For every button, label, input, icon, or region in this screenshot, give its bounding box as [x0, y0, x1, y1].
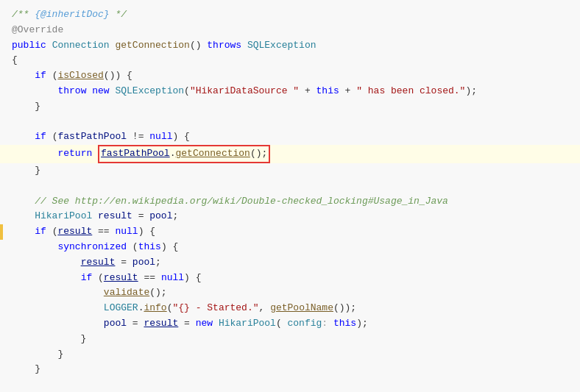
method-info: info [144, 301, 166, 316]
type-sqlexception: SQLException [247, 38, 316, 54]
code-line-19: validate(); [0, 285, 580, 301]
type-hikaripool-2: HikariPool [219, 316, 276, 332]
code-line-7: } [0, 99, 580, 115]
code-line-9: if (fastPathPool != null) { [0, 129, 580, 145]
var-result-3: result [81, 255, 116, 271]
keyword-null-2: null [115, 224, 138, 240]
string-started: "{} - Started." [172, 301, 258, 316]
method-getpoolname: getPoolName [270, 301, 333, 316]
code-line-4: { [0, 53, 580, 68]
left-marker [0, 224, 3, 240]
var-result-1: result [98, 209, 132, 224]
code-line-15: if (result == null) { [0, 224, 580, 240]
keyword-null-3: null [161, 271, 184, 286]
code-line-21: pool = result = new HikariPool( config: … [0, 316, 580, 332]
type-sqlexception-2: SQLException [115, 84, 184, 99]
keyword-if-4: if [81, 271, 93, 286]
comment-see-link: // See http://en.wikipedia.org/wiki/Doub… [12, 194, 448, 210]
method-isclosed: isClosed [57, 68, 103, 84]
type-connection: Connection [52, 38, 110, 54]
code-line-3: public Connection getConnection() throws… [0, 38, 580, 54]
keyword-new-1: new [92, 84, 109, 99]
code-line-13: // See http://en.wikipedia.org/wiki/Doub… [0, 194, 580, 210]
keyword-throws: throws [207, 38, 241, 54]
keyword-if-2: if [35, 129, 46, 145]
method-getconnection: getConnection [115, 38, 189, 54]
var-logger: LOGGER [104, 301, 138, 316]
var-fastpathpool-2: fastPathPool [101, 148, 170, 159]
code-line-11: } [0, 163, 580, 179]
keyword-this-1: this [316, 84, 339, 99]
keyword-new-2: new [196, 316, 213, 332]
code-line-22: } [0, 332, 580, 347]
highlight-fastpathpool-call: fastPathPool.getConnection(); [98, 145, 270, 163]
code-line-24: } [0, 362, 580, 377]
annotation-override: @Override [12, 23, 63, 38]
keyword-throw: throw [57, 84, 86, 99]
open-brace-1: { [12, 53, 18, 68]
code-line-5: if (isClosed()) { [0, 68, 580, 84]
code-editor: /** {@inheritDoc} */ @Override public Co… [0, 0, 580, 392]
code-line-2: @Override [0, 23, 580, 38]
var-pool-3: pool [104, 316, 127, 332]
method-validate: validate [104, 285, 149, 301]
keyword-return-1: return [57, 146, 92, 162]
code-line-17: result = pool; [0, 255, 580, 271]
var-result-4: result [104, 271, 138, 286]
comment-inheritdoc: /** {@inheritDoc} */ [12, 7, 127, 23]
code-line-20: LOGGER.info("{} - Started.", getPoolName… [0, 301, 580, 316]
var-result-5: result [144, 316, 178, 332]
code-line-18: if (result == null) { [0, 271, 580, 286]
var-fastpathpool-1: fastPathPool [57, 129, 127, 145]
var-result-2: result [57, 224, 92, 240]
keyword-synchronized: synchronized [57, 240, 127, 255]
keyword-public: public [12, 38, 46, 54]
type-hikaripool: HikariPool [35, 209, 92, 224]
code-line-8 [0, 115, 580, 130]
code-line-10: return fastPathPool.getConnection(); [0, 145, 580, 163]
keyword-if-1: if [35, 68, 46, 84]
code-line-25 [0, 377, 580, 392]
var-pool-1: pool [149, 209, 172, 224]
code-line-6: throw new SQLException("HikariDataSource… [0, 84, 580, 99]
var-pool-2: pool [132, 255, 155, 271]
keyword-this-3: this [333, 316, 356, 332]
code-line-1: /** {@inheritDoc} */ [0, 7, 580, 23]
code-line-16: synchronized (this) { [0, 240, 580, 255]
code-line-23: } [0, 347, 580, 363]
keyword-this-2: this [138, 240, 161, 255]
keyword-if-3: if [35, 224, 46, 240]
string-hikari: "HikariDataSource " [190, 84, 299, 99]
string-closed: " has been closed." [356, 84, 465, 99]
method-getconnection-2: getConnection [175, 148, 250, 159]
code-line-14: HikariPool result = pool; [0, 209, 580, 224]
keyword-null-1: null [149, 129, 172, 145]
code-line-12 [0, 179, 580, 194]
